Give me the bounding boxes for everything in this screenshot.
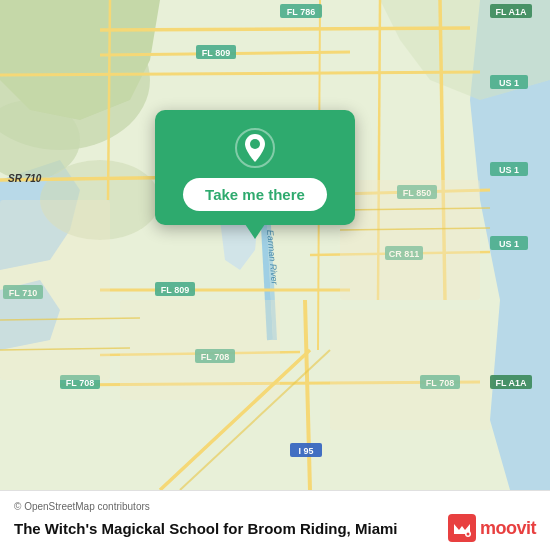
- svg-text:FL A1A: FL A1A: [495, 7, 527, 17]
- popup-card: Take me there: [155, 110, 355, 225]
- svg-rect-63: [330, 310, 490, 430]
- location-pin-icon: [235, 128, 275, 168]
- svg-text:SR 710: SR 710: [8, 173, 42, 184]
- map-background: FL 786 FL A1A FL 809 US 1 US 1 SR 710 CR…: [0, 0, 550, 490]
- bottom-bar: © OpenStreetMap contributors The Witch's…: [0, 490, 550, 550]
- map-attribution: © OpenStreetMap contributors: [14, 501, 536, 512]
- svg-rect-61: [0, 200, 110, 380]
- take-me-there-button[interactable]: Take me there: [183, 178, 327, 211]
- svg-text:I 95: I 95: [298, 446, 313, 456]
- svg-text:US 1: US 1: [499, 239, 519, 249]
- svg-text:FL 786: FL 786: [287, 7, 315, 17]
- location-name: The Witch's Magickal School for Broom Ri…: [14, 520, 397, 537]
- svg-line-12: [100, 28, 470, 30]
- svg-rect-62: [120, 300, 280, 400]
- svg-point-73: [466, 533, 469, 536]
- svg-text:FL 809: FL 809: [202, 48, 230, 58]
- moovit-icon: [448, 514, 476, 542]
- svg-text:US 1: US 1: [499, 165, 519, 175]
- bottom-row: The Witch's Magickal School for Broom Ri…: [14, 514, 536, 542]
- svg-text:FL 809: FL 809: [161, 285, 189, 295]
- svg-point-71: [250, 139, 260, 149]
- svg-text:FL A1A: FL A1A: [495, 378, 527, 388]
- moovit-text: moovit: [480, 518, 536, 539]
- moovit-logo: moovit: [448, 514, 536, 542]
- svg-text:US 1: US 1: [499, 78, 519, 88]
- svg-rect-60: [340, 180, 480, 300]
- map-container: FL 786 FL A1A FL 809 US 1 US 1 SR 710 CR…: [0, 0, 550, 490]
